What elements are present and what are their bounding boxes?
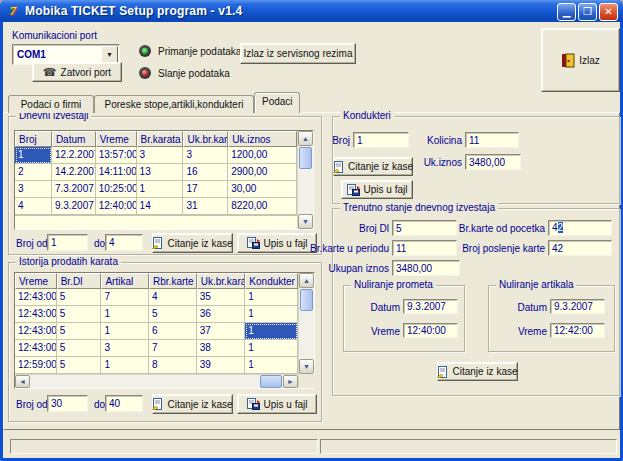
table-cell[interactable]: 7 (149, 340, 197, 357)
prometa-datum-input[interactable] (403, 299, 458, 314)
table-cell[interactable]: 1 (245, 289, 298, 306)
table-cell[interactable]: 4 (15, 198, 52, 215)
table-cell[interactable]: 2 (15, 164, 52, 181)
scroll-up-icon[interactable]: ▲ (299, 273, 314, 288)
column-header[interactable]: Uk.br.karata (197, 273, 246, 289)
table-cell[interactable]: 12:43:00 (15, 340, 57, 357)
table-cell[interactable]: 2900,00 (228, 164, 297, 181)
column-header[interactable]: Vreme (15, 273, 57, 289)
column-header[interactable]: Uk.iznos (228, 131, 297, 147)
table-cell[interactable]: 30,00 (228, 181, 297, 198)
column-header[interactable]: Artikal (101, 273, 149, 289)
daily-reports-table[interactable]: BrojDatumVremeBr.karataUk.br.karataUk.iz… (14, 130, 314, 230)
column-header[interactable]: Br.karata (137, 131, 184, 147)
column-header[interactable]: Datum (52, 131, 96, 147)
table-cell[interactable]: 17 (183, 181, 228, 198)
scroll-left-icon[interactable]: ◄ (15, 375, 30, 388)
table-cell[interactable]: 8220,00 (228, 198, 297, 215)
table-cell[interactable]: 5 (57, 306, 102, 323)
table-row[interactable]: 12:43:00537381 (15, 340, 298, 357)
table-cell[interactable]: 6 (149, 323, 197, 340)
exit-service-mode-button[interactable]: Izlaz iz servisnog rezima (240, 43, 356, 64)
table-cell[interactable]: 1 (245, 306, 298, 323)
column-header[interactable]: Rbr.karte (149, 273, 197, 289)
table-cell[interactable]: 1 (15, 147, 52, 164)
chevron-down-icon[interactable]: ▼ (101, 46, 118, 63)
scrollbar-thumb[interactable] (300, 289, 313, 311)
table-cell[interactable]: 14:11:00 (96, 164, 137, 181)
table-cell[interactable]: 12:40:00 (96, 198, 137, 215)
prometa-vreme-input[interactable] (403, 323, 458, 338)
table-cell[interactable]: 4 (149, 289, 197, 306)
table-row[interactable]: 37.3.200710:25:0011730,00 (15, 181, 297, 198)
table-cell[interactable]: 1 (245, 340, 298, 357)
column-header[interactable]: Vreme (96, 131, 137, 147)
history-write-file-button[interactable]: Upis u fajl (237, 394, 317, 414)
table-cell[interactable]: 1200,00 (228, 147, 297, 164)
table-cell[interactable]: 31 (183, 198, 228, 215)
table-cell[interactable]: 10:25:00 (96, 181, 137, 198)
table-cell[interactable]: 1 (137, 181, 184, 198)
table-row[interactable]: 12:43:00515361 (15, 306, 298, 323)
column-header[interactable]: Br.Dl (57, 273, 102, 289)
scrollbar-track[interactable] (298, 170, 313, 214)
daily-read-cash-button[interactable]: Citanje iz kase (152, 233, 233, 253)
table-cell[interactable]: 1 (101, 323, 149, 340)
kondukteri-broj-input[interactable] (353, 132, 409, 148)
table-row[interactable]: 214.2.200714:11:0013162900,00 (15, 164, 297, 181)
artikala-vreme-input[interactable] (550, 323, 605, 338)
table-cell[interactable]: 12.2.2007 (52, 147, 96, 164)
table-cell[interactable]: 5 (57, 289, 102, 306)
tab-podaci-o-firmi[interactable]: Podaci o firmi (8, 95, 94, 113)
tab-poreske-stope[interactable]: Poreske stope,artikli,kondukteri (94, 95, 254, 113)
table-row[interactable]: 12:43:00574351 (15, 289, 298, 306)
scrollbar-thumb[interactable] (299, 147, 312, 169)
vertical-scrollbar[interactable]: ▲ ▼ (297, 131, 313, 229)
history-from-input[interactable] (47, 395, 88, 412)
scroll-up-icon[interactable]: ▲ (298, 131, 313, 146)
artikala-datum-input[interactable] (550, 299, 605, 314)
table-row[interactable]: 12:43:00516371 (15, 323, 298, 340)
kondukteri-ukiznos-input[interactable] (465, 154, 521, 170)
column-header[interactable]: Kondukter (245, 273, 298, 289)
table-row[interactable]: 12:59:00518391 (15, 357, 298, 374)
scroll-down-icon[interactable]: ▼ (299, 359, 314, 374)
kondukteri-write-file-button[interactable]: Upis u fajl (341, 180, 413, 199)
minimize-button[interactable]: ▁ (557, 3, 576, 21)
table-cell[interactable]: 7 (101, 289, 149, 306)
table-cell[interactable]: 12:43:00 (15, 306, 57, 323)
table-cell[interactable]: 1 (245, 357, 298, 374)
daily-write-file-button[interactable]: Upis u fajl (237, 233, 317, 253)
table-cell[interactable]: 36 (197, 306, 246, 323)
history-read-cash-button[interactable]: Citanje iz kase (152, 394, 233, 414)
column-header[interactable]: Uk.br.karata (183, 131, 228, 147)
close-button[interactable]: ✕ (599, 3, 618, 21)
scroll-down-icon[interactable]: ▼ (298, 214, 313, 229)
table-cell[interactable]: 3 (15, 181, 52, 198)
table-cell[interactable]: 9.3.2007 (52, 198, 96, 215)
scrollbar-track[interactable] (299, 312, 314, 359)
ukupan-iznos-input[interactable] (392, 260, 460, 276)
table-cell[interactable]: 5 (149, 306, 197, 323)
column-header[interactable]: Broj (15, 131, 52, 147)
table-cell[interactable]: 13:57:00 (96, 147, 137, 164)
table-cell[interactable]: 12:43:00 (15, 289, 57, 306)
table-cell[interactable]: 39 (197, 357, 246, 374)
daily-to-input[interactable] (105, 234, 143, 251)
exit-button[interactable]: Izlaz (541, 28, 620, 92)
kondukteri-kolicina-input[interactable] (465, 132, 519, 148)
table-row[interactable]: 112.2.200713:57:00331200,00 (15, 147, 297, 164)
scroll-right-icon[interactable]: ► (283, 375, 298, 388)
table-cell[interactable]: 37 (197, 323, 246, 340)
poslenja-karta-input[interactable] (548, 240, 612, 256)
scrollbar-track[interactable] (30, 375, 259, 388)
daily-from-input[interactable] (47, 234, 88, 251)
table-cell[interactable]: 16 (183, 164, 228, 181)
table-cell[interactable]: 3 (137, 147, 184, 164)
tab-podaci[interactable]: Podaci (254, 92, 300, 113)
table-cell[interactable]: 12:43:00 (15, 323, 57, 340)
broj-dl-input[interactable] (392, 220, 457, 236)
table-cell[interactable]: 38 (197, 340, 246, 357)
table-cell[interactable]: 5 (57, 323, 102, 340)
table-cell[interactable]: 7.3.2007 (52, 181, 96, 198)
